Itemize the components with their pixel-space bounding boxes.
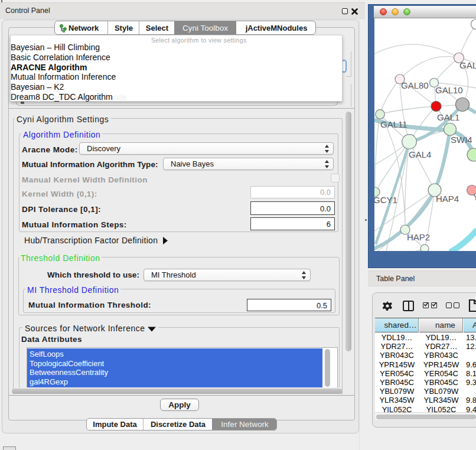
svg-text:GAL4: GAL4	[409, 149, 431, 159]
svg-text:GAL1: GAL1	[437, 112, 459, 122]
svg-text:GAL7: GAL7	[459, 60, 476, 70]
svg-text:HAP2: HAP2	[407, 232, 430, 242]
svg-text:YJ: YJ	[473, 192, 476, 202]
svg-text:GAL11: GAL11	[380, 119, 407, 129]
svg-text:SWI4: SWI4	[451, 135, 472, 145]
svg-text:GAL80: GAL80	[401, 80, 429, 90]
svg-text:GAL10: GAL10	[435, 85, 463, 95]
svg-text:HAP4: HAP4	[436, 194, 459, 204]
svg-text:GCY1: GCY1	[374, 195, 397, 205]
